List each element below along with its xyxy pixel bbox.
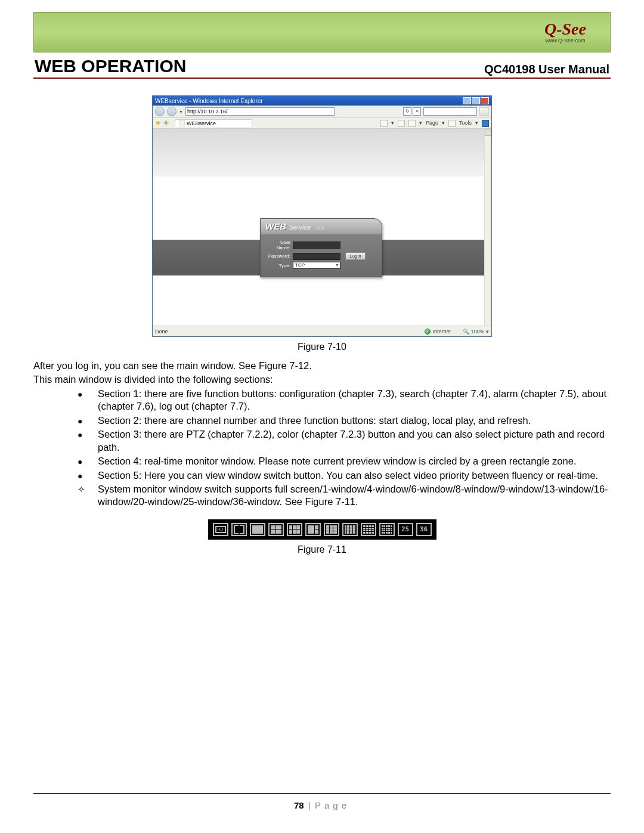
internet-zone-icon bbox=[425, 329, 431, 335]
browser-content: WEB Service V2.0 User Name: Password: Lo… bbox=[153, 129, 491, 326]
username-field[interactable] bbox=[293, 241, 340, 249]
window-4-button[interactable] bbox=[268, 523, 284, 536]
section-bullets: Section 1: there are five function butto… bbox=[33, 388, 611, 482]
tools-icon[interactable] bbox=[448, 120, 456, 127]
status-zone: Internet bbox=[432, 329, 451, 335]
list-item: Section 1: there are five function butto… bbox=[78, 388, 611, 413]
feed-icon[interactable] bbox=[398, 120, 405, 127]
list-item: Section 2: there are channel number and … bbox=[78, 414, 611, 427]
search-input[interactable] bbox=[423, 107, 477, 116]
password-field[interactable] bbox=[293, 253, 340, 260]
username-label: User Name: bbox=[265, 240, 290, 250]
window-20-button[interactable] bbox=[379, 523, 395, 536]
tab-favicon-icon bbox=[179, 120, 185, 126]
tools-menu[interactable]: Tools bbox=[459, 120, 472, 127]
chevron-down-icon: ▼ bbox=[335, 262, 340, 269]
login-header: WEB Service V2.0 bbox=[261, 219, 382, 234]
browser-window: WEBservice - Windows Internet Explorer ▼… bbox=[152, 95, 492, 337]
header-banner: Q-See www.Q-See.com bbox=[33, 12, 611, 52]
browser-tab[interactable]: WEBservice bbox=[175, 119, 252, 127]
status-zoom[interactable]: 🔍 100% ▾ bbox=[463, 329, 489, 335]
manual-title: QC40198 User Manual bbox=[484, 63, 609, 76]
stop-icon[interactable]: ✕ bbox=[413, 107, 421, 116]
scrollbar[interactable] bbox=[484, 129, 491, 326]
close-button[interactable] bbox=[481, 97, 489, 104]
logo-text: Q-See bbox=[544, 21, 586, 38]
login-brand-service: Service bbox=[289, 224, 311, 231]
home-icon[interactable] bbox=[380, 120, 388, 127]
window-16-button[interactable] bbox=[361, 523, 376, 536]
status-bar: Done Internet 🔍 100% ▾ bbox=[153, 326, 491, 336]
page-footer: 78 | Page bbox=[0, 800, 644, 810]
type-select[interactable]: TCP ▼ bbox=[293, 262, 340, 269]
add-favorite-icon[interactable]: ✚ bbox=[163, 119, 169, 127]
qsee-logo: Q-See www.Q-See.com bbox=[527, 16, 604, 49]
scroll-up-icon[interactable] bbox=[485, 129, 491, 136]
figure-7-10: WEBservice - Windows Internet Explorer ▼… bbox=[33, 95, 611, 352]
intro-text-2: This main window is divided into the fol… bbox=[33, 373, 611, 386]
window-36-button[interactable]: 36 bbox=[416, 523, 432, 536]
figure-7-11-caption: Figure 7-11 bbox=[33, 544, 611, 555]
list-item: Section 4: real-time monitor window. Ple… bbox=[78, 455, 611, 467]
list-item: System monitor window switch supports fu… bbox=[78, 483, 611, 509]
window-switch-toolbar: HD 25 36 bbox=[208, 519, 436, 540]
help-icon[interactable] bbox=[482, 120, 489, 127]
type-value: TCP bbox=[295, 262, 305, 269]
login-button[interactable]: Login bbox=[345, 252, 366, 260]
page-number: 78 bbox=[294, 800, 304, 810]
window-8-button[interactable] bbox=[305, 523, 321, 536]
section-title: WEB OPERATION bbox=[35, 56, 186, 76]
maximize-button[interactable] bbox=[472, 97, 480, 104]
login-brand-web: WEB bbox=[265, 221, 286, 231]
forward-button[interactable] bbox=[167, 107, 177, 116]
logo-url: www.Q-See.com bbox=[545, 38, 585, 44]
search-button[interactable] bbox=[479, 107, 489, 116]
password-label: Password: bbox=[265, 253, 290, 259]
login-panel: WEB Service V2.0 User Name: Password: Lo… bbox=[260, 218, 382, 277]
page-word: Page bbox=[315, 800, 350, 810]
window-1-button[interactable] bbox=[250, 523, 265, 536]
footer-rule bbox=[33, 793, 611, 794]
section-title-row: WEB OPERATION QC40198 User Manual bbox=[33, 52, 611, 79]
back-button[interactable] bbox=[155, 107, 165, 116]
address-input[interactable] bbox=[185, 107, 335, 116]
list-item: Section 3: there are PTZ (chapter 7.2.2)… bbox=[78, 428, 611, 454]
print-icon[interactable] bbox=[408, 120, 416, 127]
window-9-button[interactable] bbox=[324, 523, 339, 536]
diamond-bullets: System monitor window switch supports fu… bbox=[33, 483, 611, 509]
dropdown-icon[interactable]: ▼ bbox=[179, 110, 183, 114]
favorites-row: ★ ✚ WEBservice ▾ ▾ Page ▾ Tools bbox=[153, 118, 491, 129]
login-brand-version: V2.0 bbox=[315, 226, 324, 230]
status-done: Done bbox=[155, 329, 168, 335]
browser-titlebar: WEBservice - Windows Internet Explorer bbox=[153, 96, 491, 106]
figure-7-10-caption: Figure 7-10 bbox=[33, 342, 611, 352]
list-item: Section 5: Here you can view window swit… bbox=[78, 469, 611, 482]
hd-button[interactable]: HD bbox=[213, 523, 228, 536]
window-title: WEBservice - Windows Internet Explorer bbox=[155, 98, 463, 104]
address-row: ▼ ↻ ✕ bbox=[153, 106, 491, 118]
favorites-star-icon[interactable]: ★ bbox=[155, 119, 161, 127]
window-6-button[interactable] bbox=[287, 523, 302, 536]
figure-7-11: HD 25 36 Figure 7-11 bbox=[33, 519, 611, 555]
intro-text-1: After you log in, you can see the main w… bbox=[33, 360, 611, 372]
tab-label: WEBservice bbox=[187, 120, 216, 126]
refresh-icon[interactable]: ↻ bbox=[403, 107, 411, 116]
minimize-button[interactable] bbox=[463, 97, 471, 104]
window-25-button[interactable]: 25 bbox=[398, 523, 413, 536]
fullscreen-button[interactable] bbox=[231, 523, 247, 536]
page-menu[interactable]: Page bbox=[426, 120, 438, 127]
type-label: Type: bbox=[265, 263, 290, 268]
window-13-button[interactable] bbox=[342, 523, 358, 536]
browser-toolbar: ▾ ▾ Page ▾ Tools ▾ bbox=[380, 120, 491, 127]
